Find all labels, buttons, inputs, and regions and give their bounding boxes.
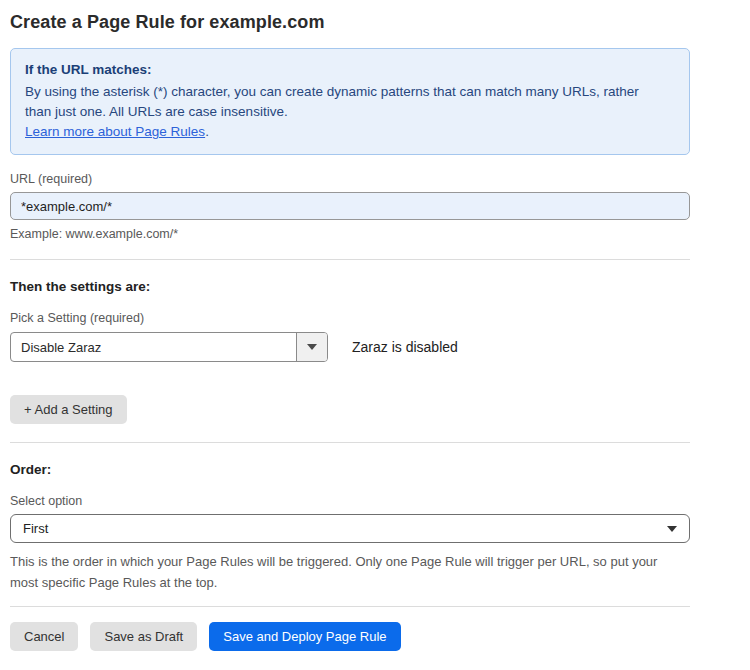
url-field-label: URL (required) [10, 172, 700, 186]
setting-dropdown-value: Disable Zaraz [11, 333, 296, 361]
settings-section-heading: Then the settings are: [10, 279, 700, 294]
setting-dropdown[interactable]: Disable Zaraz [10, 332, 328, 362]
setting-dropdown-arrow-button[interactable] [296, 333, 327, 361]
divider [10, 259, 690, 260]
order-section-heading: Order: [10, 462, 700, 477]
page-title: Create a Page Rule for example.com [10, 12, 700, 33]
order-helper-text: This is the order in which your Page Rul… [10, 551, 682, 593]
setting-status-text: Zaraz is disabled [352, 339, 458, 355]
info-box-link-line: Learn more about Page Rules. [25, 122, 675, 142]
divider [10, 606, 690, 607]
chevron-down-icon [307, 344, 317, 350]
url-input[interactable] [10, 192, 690, 220]
save-as-draft-button[interactable]: Save as Draft [90, 622, 197, 651]
footer-actions: Cancel Save as Draft Save and Deploy Pag… [10, 622, 700, 651]
url-match-info-box: If the URL matches: By using the asteris… [10, 48, 690, 155]
url-example-helper: Example: www.example.com/* [10, 227, 700, 241]
info-box-heading: If the URL matches: [25, 60, 675, 80]
divider [10, 442, 690, 443]
save-and-deploy-button[interactable]: Save and Deploy Page Rule [209, 622, 400, 651]
pick-setting-label: Pick a Setting (required) [10, 311, 700, 325]
add-setting-button[interactable]: + Add a Setting [10, 395, 127, 424]
cancel-button[interactable]: Cancel [10, 622, 78, 651]
order-select-value: First [23, 521, 48, 536]
info-box-body: By using the asterisk (*) character, you… [25, 82, 665, 122]
learn-more-link[interactable]: Learn more about Page Rules [25, 124, 205, 139]
order-select[interactable]: First [10, 514, 690, 543]
link-suffix: . [205, 124, 209, 139]
select-option-label: Select option [10, 494, 700, 508]
page-rule-form: Create a Page Rule for example.com If th… [0, 0, 700, 651]
chevron-down-icon [667, 526, 677, 532]
setting-row: Disable Zaraz Zaraz is disabled [10, 332, 700, 362]
